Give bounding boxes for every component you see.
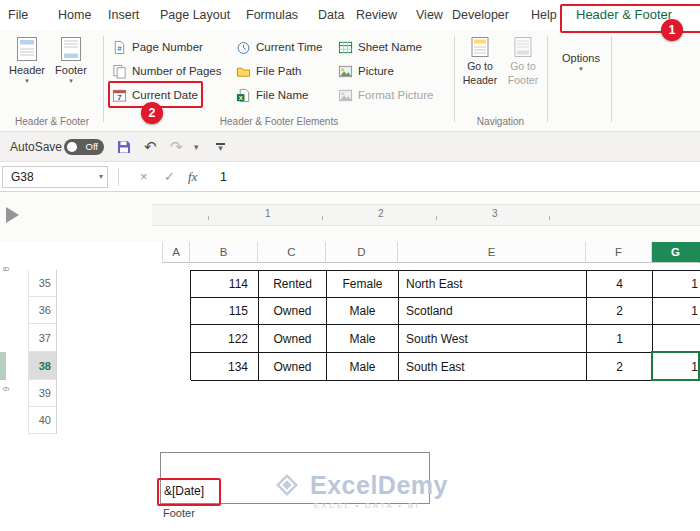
ribbon: Header ▾ Footer ▾ Header & Footer # Page…	[0, 30, 700, 132]
cell-b37[interactable]: 122	[191, 325, 259, 353]
watermark-tagline: EXCEL • DATA • BI	[272, 501, 448, 510]
formula-bar-row: G38 ▾ × ✓ fx 1	[0, 162, 700, 192]
row-header-35[interactable]: 35	[28, 270, 57, 297]
column-header-e[interactable]: E	[398, 242, 586, 263]
cell-f37[interactable]: 1	[587, 325, 653, 353]
file-path-button[interactable]: File Path	[236, 60, 301, 82]
more-commands-button[interactable]: ▾	[194, 132, 199, 162]
format-picture-button: Format Picture	[338, 84, 433, 106]
margin-marker-icon[interactable]	[6, 207, 19, 223]
cell-g36[interactable]: 1	[653, 298, 700, 325]
cell-d36[interactable]: Male	[327, 298, 399, 325]
cell-c36[interactable]: Owned	[259, 298, 327, 325]
go-to-footer-icon	[513, 36, 533, 58]
go-to-footer-label-1: Go to	[510, 60, 536, 72]
vertical-ruler-mark: 8	[1, 266, 11, 271]
column-header-f[interactable]: F	[586, 242, 652, 263]
tab-file[interactable]: File	[8, 0, 28, 30]
cell-f36[interactable]: 2	[587, 298, 653, 325]
options-button[interactable]: Options ▾	[556, 52, 606, 72]
redo-button: ↷	[170, 132, 183, 162]
cell-e37[interactable]: South West	[399, 325, 587, 353]
number-of-pages-label: Number of Pages	[132, 65, 222, 77]
formula-bar-input[interactable]: 1	[220, 162, 227, 192]
customize-qat-button[interactable]: ▾	[216, 132, 225, 162]
cancel-button[interactable]: ×	[140, 162, 148, 192]
tab-view[interactable]: View	[416, 0, 443, 30]
go-to-footer-label-2: Footer	[508, 74, 538, 86]
column-header-a[interactable]: A	[162, 242, 190, 263]
folder-icon	[236, 64, 251, 79]
tab-review[interactable]: Review	[356, 0, 397, 30]
cell-g35[interactable]: 1	[653, 271, 700, 298]
undo-icon: ↶	[144, 138, 157, 156]
ruler-zone: 1 2 3	[0, 192, 700, 242]
ruler-mark: 2	[378, 208, 384, 219]
autosave-toggle[interactable]: Off	[64, 139, 104, 155]
tab-data[interactable]: Data	[318, 0, 344, 30]
tab-formulas[interactable]: Formulas	[246, 0, 298, 30]
name-box-chevron-icon[interactable]: ▾	[99, 167, 103, 187]
footer-button[interactable]: Footer ▾	[50, 36, 92, 84]
column-header-g-selected[interactable]: G	[652, 242, 700, 263]
insert-function-button[interactable]: fx	[188, 162, 197, 192]
tab-home[interactable]: Home	[58, 0, 91, 30]
go-to-footer-button: Go to Footer	[503, 36, 543, 86]
current-time-button[interactable]: Current Time	[236, 36, 322, 58]
go-to-header-label-2: Header	[463, 74, 497, 86]
cell-e35[interactable]: North East	[399, 271, 587, 298]
ruler-tick	[322, 216, 323, 220]
tab-page-layout[interactable]: Page Layout	[160, 0, 230, 30]
cell-d35[interactable]: Female	[327, 271, 399, 298]
row-header-36[interactable]: 36	[28, 297, 57, 324]
tab-insert[interactable]: Insert	[108, 0, 139, 30]
go-to-header-icon	[470, 36, 490, 58]
cell-c35[interactable]: Rented	[259, 271, 327, 298]
row-header-38-selected[interactable]: 38	[28, 352, 57, 380]
row-header-40[interactable]: 40	[28, 407, 57, 434]
annotation-step-1: 1	[661, 19, 683, 41]
ruler-tick	[208, 216, 209, 220]
page-number-icon: #	[112, 40, 127, 55]
cell-b35[interactable]: 114	[191, 271, 259, 298]
cell-d38[interactable]: Male	[327, 353, 399, 381]
header-button[interactable]: Header ▾	[6, 36, 48, 84]
cell-c38[interactable]: Owned	[259, 353, 327, 381]
cell-f35[interactable]: 4	[587, 271, 653, 298]
cell-d37[interactable]: Male	[327, 325, 399, 353]
save-button[interactable]	[116, 132, 132, 162]
page-number-button[interactable]: # Page Number	[112, 36, 203, 58]
row-header-39[interactable]: 39	[28, 380, 57, 407]
options-label: Options	[562, 52, 600, 64]
cell-e38[interactable]: South East	[399, 353, 587, 381]
cell-b36[interactable]: 115	[191, 298, 259, 325]
ruler-mark: 3	[492, 208, 498, 219]
column-header-b[interactable]: B	[190, 242, 258, 263]
sheet-name-button[interactable]: Sheet Name	[338, 36, 422, 58]
footer-page-icon	[59, 36, 83, 62]
cell-b38[interactable]: 134	[191, 353, 259, 381]
tab-help[interactable]: Help	[531, 0, 557, 30]
cell-e36[interactable]: Scotland	[399, 298, 587, 325]
column-header-d[interactable]: D	[326, 242, 398, 263]
go-to-header-button[interactable]: Go to Header	[458, 36, 502, 86]
group-divider	[547, 36, 548, 122]
enter-button[interactable]: ✓	[164, 162, 175, 192]
header-page-icon	[15, 36, 39, 62]
cell-c37[interactable]: Owned	[259, 325, 327, 353]
number-of-pages-button[interactable]: Number of Pages	[112, 60, 222, 82]
row-header-37[interactable]: 37	[28, 324, 57, 352]
annotation-step-2: 2	[141, 102, 163, 124]
picture-button[interactable]: Picture	[338, 60, 394, 82]
cell-g37[interactable]	[653, 325, 700, 353]
cell-f38[interactable]: 2	[587, 353, 653, 381]
tab-developer[interactable]: Developer	[452, 0, 509, 30]
name-box[interactable]: G38 ▾	[2, 166, 108, 188]
file-name-button[interactable]: X File Name	[236, 84, 308, 106]
svg-text:#: #	[117, 44, 122, 53]
column-header-c[interactable]: C	[258, 242, 326, 263]
autosave-state: Off	[86, 139, 99, 155]
watermark-brand: ExcelDemy	[310, 471, 448, 499]
undo-button[interactable]: ↶	[144, 132, 157, 162]
sheet-grid-icon	[338, 40, 353, 55]
